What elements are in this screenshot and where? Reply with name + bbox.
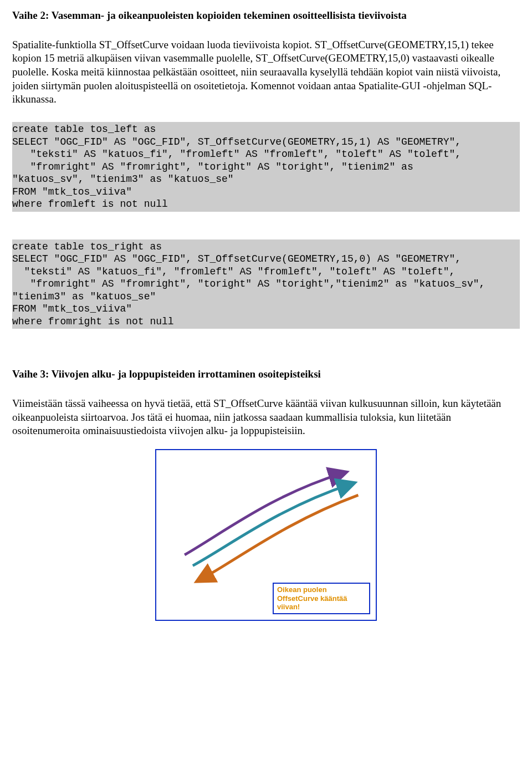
diagram-container: Oikean puolen OffsetCurve kääntää viivan… (12, 449, 520, 621)
offset-curve-diagram (163, 461, 369, 589)
code-block-right: create table tos_right as SELECT "OGC_FI… (12, 239, 520, 329)
heading-phase-3: Vaihe 3: Viivojen alku- ja loppupisteide… (12, 368, 520, 381)
diagram-label: Oikean puolen OffsetCurve kääntää viivan… (273, 583, 370, 614)
curve-middle (193, 484, 350, 565)
diagram-frame: Oikean puolen OffsetCurve kääntää viivan… (155, 449, 377, 621)
paragraph-1: Spatialite-funktiolla ST_OffsetCurve voi… (12, 38, 520, 106)
curve-lower (201, 495, 359, 579)
paragraph-2: Viimeistään tässä vaiheessa on hyvä tiet… (12, 397, 520, 438)
code-block-left: create table tos_left as SELECT "OGC_FID… (12, 122, 520, 212)
heading-phase-2: Vaihe 2: Vasemman- ja oikeanpuoleisten k… (12, 9, 520, 23)
